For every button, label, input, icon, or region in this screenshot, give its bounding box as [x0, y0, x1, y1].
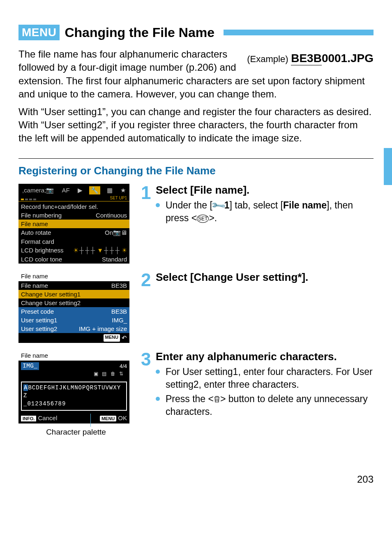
tab-star-icon: ★: [119, 186, 127, 195]
wrench-icon: 🔧: [210, 197, 227, 214]
step-bullet: Under the [🔧1] tab, select [File name], …: [156, 199, 374, 224]
separator: [18, 158, 374, 159]
page-edge-tab: [384, 148, 392, 185]
menu-item: Preset code: [21, 308, 54, 315]
tab-network-icon: ▦: [106, 186, 114, 195]
tab-camera-icon: ,camera;📷: [21, 186, 55, 195]
intro-block: (Example) BE3B0001.JPG The file name has…: [18, 48, 374, 149]
menu-item: Change User setting2: [21, 299, 81, 306]
palette-selected-char: A: [23, 384, 28, 391]
camera-menu-screenshot-3: File name IMG_ 4/4 ▣ ▤ 🗑 ⇅ ABCDEFGHIJKLM…: [18, 350, 129, 423]
step-bullet: For User setting1, enter four characters…: [156, 366, 374, 391]
menu-item: File name: [21, 282, 48, 289]
tab-play-icon: ▶: [76, 186, 84, 195]
info-badge: INFO.: [21, 416, 36, 421]
character-palette: ABCDEFGHIJKLMNOPQRSTUVWXYZ _0123456789: [21, 382, 127, 411]
menu-item: Record func+card/folder sel.: [21, 203, 98, 210]
step-title: Select [Change User setting*].: [156, 271, 374, 284]
cancel-label: Cancel: [38, 414, 58, 421]
menu-badge: MENU: [18, 25, 60, 40]
screen-title: File name: [18, 350, 129, 361]
tab-af: AF: [60, 186, 71, 194]
filename-input-value: IMG_: [21, 362, 39, 370]
example-rest: 0001.JPG: [322, 52, 374, 65]
menu-item: Format card: [21, 238, 54, 245]
step-number: 1: [141, 184, 156, 226]
setup-tab-label: SET UP1: [110, 196, 127, 200]
menu-back-badge: MENU: [104, 334, 120, 342]
menu-item: LCD color tone: [21, 256, 62, 263]
step-number: 2: [141, 271, 156, 289]
example-label: (Example): [247, 54, 288, 64]
title-rule: [224, 30, 374, 35]
menu-item: User setting1: [21, 317, 57, 324]
page-title: Changing the File Name: [65, 25, 214, 40]
menu-item: File numbering: [21, 212, 62, 219]
step-number: 3: [141, 350, 156, 420]
set-icon: SET: [197, 215, 209, 223]
tab-wrench-icon: 🔧: [89, 186, 100, 194]
step-2-row: File name File nameBE3B Change User sett…: [18, 271, 374, 343]
menu-ok-badge: MENU: [100, 416, 116, 421]
page-title-row: MENU Changing the File Name: [18, 25, 374, 40]
menu-item-selected: File name: [21, 220, 48, 227]
ok-label: OK: [118, 414, 127, 421]
menu-item: User setting2: [21, 325, 57, 332]
example-box: (Example) BE3B0001.JPG: [247, 52, 374, 65]
intro-paragraph-2: With “User setting1”, you can change and…: [18, 105, 374, 145]
menu-item: LCD brightness: [21, 247, 63, 254]
page-number: 203: [18, 474, 374, 485]
screen-title: File name: [18, 271, 129, 281]
char-count: 4/4: [120, 363, 127, 369]
example-prefix: BE3B: [291, 52, 322, 65]
section-subheading: Registering or Changing the File Name: [18, 164, 374, 177]
step-1-row: ,camera;📷 AF ▶ 🔧 ▦ ★ SET UP1 Record func…: [18, 184, 374, 264]
trash-icon: [214, 393, 220, 404]
step-title: Enter any alphanumeric characters.: [156, 350, 374, 363]
step-title: Select [File name].: [156, 184, 374, 197]
menu-item-selected: Change User setting1: [21, 291, 81, 298]
menu-item: Auto rotate: [21, 229, 51, 236]
camera-menu-screenshot-2: File name File nameBE3B Change User sett…: [18, 271, 129, 343]
step-bullet: Press the <> button to delete any unnece…: [156, 393, 374, 418]
step-3-row: File name IMG_ 4/4 ▣ ▤ 🗑 ⇅ ABCDEFGHIJKLM…: [18, 350, 374, 437]
icon-row: ▣ ▤ 🗑 ⇅: [21, 370, 127, 377]
screenshot-caption: Character palette: [18, 428, 134, 437]
camera-menu-screenshot-1: ,camera;📷 AF ▶ 🔧 ▦ ★ SET UP1 Record func…: [18, 184, 129, 264]
